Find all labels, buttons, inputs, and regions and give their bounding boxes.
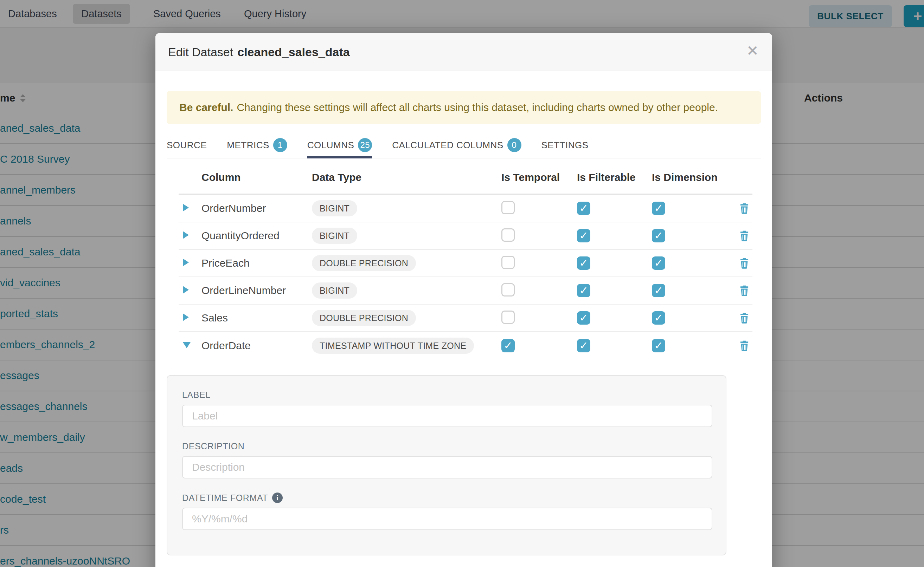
description-field-label: DESCRIPTION [182, 441, 711, 452]
is-filterable-checkbox[interactable]: ✓ [577, 311, 590, 325]
check-icon: ✓ [654, 340, 663, 351]
modal-header: Edit Dataset cleaned_sales_data ✕ [155, 33, 772, 71]
trash-icon[interactable] [737, 284, 751, 297]
expand-caret-icon[interactable] [183, 204, 189, 212]
trash-icon[interactable] [737, 229, 751, 242]
tab-settings[interactable]: SETTINGS [542, 132, 588, 158]
is-temporal-checkbox[interactable]: ✓ [501, 339, 515, 352]
column-name: OrderNumber [202, 202, 312, 214]
is-dimension-checkbox[interactable]: ✓ [652, 284, 665, 297]
check-icon: ✓ [579, 285, 588, 296]
is-temporal-checkbox[interactable]: ✓ [501, 201, 515, 214]
check-icon: ✓ [579, 258, 588, 268]
column-row: OrderNumber BIGINT ✓ ✓ ✓ [179, 195, 752, 222]
screen: Databases Datasets Saved Queries Query H… [0, 0, 924, 567]
collapse-caret-icon[interactable] [183, 342, 191, 348]
is-filterable-checkbox[interactable]: ✓ [577, 229, 590, 242]
column-row: QuantityOrdered BIGINT ✓ ✓ ✓ [179, 222, 752, 250]
is-dimension-checkbox[interactable]: ✓ [652, 202, 665, 215]
expand-caret-icon[interactable] [183, 258, 189, 266]
is-filterable-checkbox[interactable]: ✓ [577, 256, 590, 270]
metrics-count-badge: 1 [273, 138, 287, 152]
close-icon[interactable]: ✕ [746, 44, 759, 58]
check-icon: ✓ [654, 231, 663, 241]
check-icon: ✓ [654, 313, 663, 323]
tab-calculated-columns[interactable]: CALCULATED COLUMNS0 [392, 132, 521, 158]
column-name: OrderLineNumber [202, 285, 312, 297]
is-temporal-checkbox[interactable]: ✓ [501, 256, 515, 269]
datetime-format-input[interactable] [182, 508, 712, 530]
column-detail-panel: LABEL DESCRIPTION DATETIME FORMATi [167, 375, 726, 555]
trash-icon[interactable] [737, 256, 751, 270]
check-icon: ✓ [579, 313, 588, 323]
is-temporal-checkbox[interactable]: ✓ [501, 228, 515, 242]
is-dimension-checkbox[interactable]: ✓ [652, 256, 665, 270]
data-type-badge: DOUBLE PRECISION [312, 255, 416, 271]
info-icon[interactable]: i [272, 492, 283, 503]
calculated-columns-count-badge: 0 [507, 138, 521, 152]
trash-icon[interactable] [737, 202, 751, 215]
data-type-badge: TIMESTAMP WITHOUT TIME ZONE [312, 338, 474, 354]
check-icon: ✓ [654, 258, 663, 268]
tab-source[interactable]: SOURCE [167, 132, 207, 158]
modal-tabs: SOURCE METRICS1 COLUMNS25 CALCULATED COL… [167, 132, 761, 158]
data-type-badge: DOUBLE PRECISION [312, 310, 416, 326]
is-dimension-checkbox[interactable]: ✓ [652, 229, 665, 242]
header-column: Column [202, 171, 312, 183]
trash-icon[interactable] [737, 339, 751, 352]
column-row: OrderLineNumber BIGINT ✓ ✓ ✓ [179, 277, 752, 304]
expand-caret-icon[interactable] [183, 231, 189, 239]
is-filterable-checkbox[interactable]: ✓ [577, 202, 590, 215]
check-icon: ✓ [579, 231, 588, 241]
check-icon: ✓ [579, 203, 588, 214]
columns-table: Column Data Type Is Temporal Is Filterab… [179, 161, 752, 359]
dataset-name: cleaned_sales_data [237, 45, 349, 59]
warning-banner: Be careful. Changing these settings will… [167, 92, 761, 124]
is-filterable-checkbox[interactable]: ✓ [577, 339, 590, 352]
check-icon: ✓ [579, 340, 588, 351]
column-name: OrderDate [202, 340, 312, 352]
label-field-label: LABEL [182, 390, 711, 400]
check-icon: ✓ [504, 340, 512, 351]
label-input[interactable] [182, 405, 712, 427]
column-row: Sales DOUBLE PRECISION ✓ ✓ ✓ [179, 304, 752, 332]
datetime-format-field-label: DATETIME FORMATi [182, 492, 711, 503]
is-dimension-checkbox[interactable]: ✓ [652, 339, 665, 352]
modal-title: Edit Dataset cleaned_sales_data [168, 33, 350, 71]
header-data-type: Data Type [312, 171, 501, 183]
header-is-temporal: Is Temporal [501, 171, 577, 183]
header-is-dimension: Is Dimension [652, 171, 722, 183]
tab-metrics[interactable]: METRICS1 [227, 132, 287, 158]
data-type-badge: BIGINT [312, 228, 357, 244]
is-filterable-checkbox[interactable]: ✓ [577, 284, 590, 297]
data-type-badge: BIGINT [312, 282, 357, 298]
expand-caret-icon[interactable] [183, 314, 189, 321]
description-input[interactable] [182, 456, 712, 478]
header-is-filterable: Is Filterable [577, 171, 652, 183]
data-type-badge: BIGINT [312, 200, 357, 216]
column-name: Sales [202, 312, 312, 324]
is-dimension-checkbox[interactable]: ✓ [652, 311, 665, 325]
tab-columns[interactable]: COLUMNS25 [307, 132, 372, 158]
edit-dataset-modal: Edit Dataset cleaned_sales_data ✕ Be car… [155, 33, 772, 567]
expand-caret-icon[interactable] [183, 286, 189, 294]
column-name: PriceEach [202, 257, 312, 269]
trash-icon[interactable] [737, 311, 751, 325]
is-temporal-checkbox[interactable]: ✓ [501, 283, 515, 297]
column-row: PriceEach DOUBLE PRECISION ✓ ✓ ✓ [179, 250, 752, 277]
check-icon: ✓ [654, 285, 663, 296]
column-name: QuantityOrdered [202, 230, 312, 242]
check-icon: ✓ [654, 203, 663, 214]
columns-count-badge: 25 [358, 138, 372, 152]
columns-table-header: Column Data Type Is Temporal Is Filterab… [179, 161, 752, 195]
is-temporal-checkbox[interactable]: ✓ [501, 310, 515, 324]
column-row: OrderDate TIMESTAMP WITHOUT TIME ZONE ✓ … [179, 332, 752, 359]
